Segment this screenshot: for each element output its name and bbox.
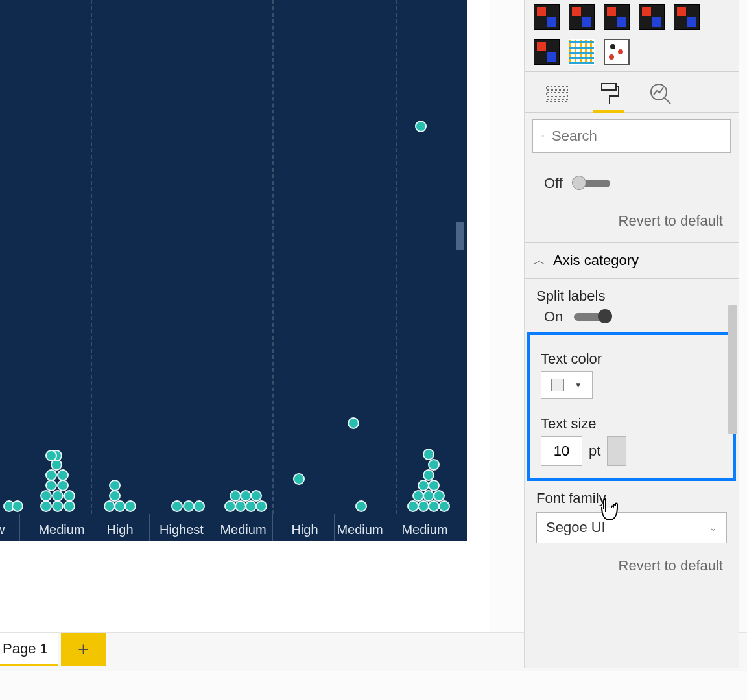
- axis-separator: [19, 514, 20, 541]
- data-point[interactable]: [355, 500, 367, 512]
- pane-scrollbar-thumb[interactable]: [728, 305, 737, 434]
- custom-visual-icon[interactable]: [534, 4, 560, 30]
- axis-category-label: Medium: [337, 522, 383, 537]
- data-point[interactable]: [12, 500, 23, 512]
- text-size-unit: pt: [582, 443, 607, 460]
- data-point[interactable]: [255, 500, 267, 512]
- plus-icon: +: [78, 640, 89, 659]
- axis-separator: [91, 514, 91, 541]
- data-point[interactable]: [45, 469, 57, 481]
- text-size-label: Text size: [541, 415, 726, 432]
- data-point[interactable]: [423, 469, 434, 481]
- svg-rect-0: [547, 86, 567, 90]
- svg-line-5: [665, 98, 670, 104]
- data-point[interactable]: [64, 500, 75, 512]
- add-page-button[interactable]: +: [61, 633, 106, 666]
- axis-separator: [272, 514, 273, 541]
- toggle-switch[interactable]: [574, 180, 610, 187]
- axis-category-section-header[interactable]: ︿ Axis category: [525, 242, 739, 279]
- axis-separator: [149, 514, 150, 541]
- axis-category-label: Medium: [401, 522, 447, 537]
- chart-vertical-scrollbar[interactable]: [454, 0, 467, 515]
- analytics-icon: [650, 83, 672, 105]
- text-size-input[interactable]: [541, 436, 582, 466]
- data-point[interactable]: [40, 490, 52, 502]
- data-point[interactable]: [438, 500, 450, 512]
- data-point[interactable]: [171, 500, 183, 512]
- data-point[interactable]: [52, 490, 64, 502]
- format-tab[interactable]: [596, 81, 622, 107]
- font-family-select[interactable]: Segoe UI ⌄: [536, 512, 727, 543]
- text-color-label: Text color: [541, 351, 726, 368]
- paint-roller-icon: [599, 82, 619, 106]
- visualizations-pane: Off Revert to default ︿ Axis category Sp…: [524, 0, 739, 668]
- data-point[interactable]: [428, 480, 440, 491]
- data-point[interactable]: [423, 449, 434, 460]
- axis-category-label: Highest: [160, 522, 204, 537]
- axis-category-label: High: [291, 522, 318, 537]
- axis-category-label: High: [106, 522, 133, 537]
- fields-tab[interactable]: [544, 81, 570, 107]
- split-labels-label: Split labels: [536, 288, 739, 305]
- data-point[interactable]: [193, 500, 205, 512]
- font-family-value: Segoe UI: [546, 519, 606, 536]
- data-point[interactable]: [124, 500, 136, 512]
- format-search-input[interactable]: [552, 128, 730, 145]
- custom-visual-icon[interactable]: [534, 39, 560, 65]
- axis-separator: [211, 514, 211, 541]
- fields-icon: [546, 85, 568, 103]
- data-point[interactable]: [293, 473, 305, 485]
- scrollbar-thumb[interactable]: [456, 222, 464, 250]
- custom-visual-icon[interactable]: [604, 4, 630, 30]
- split-labels-toggle[interactable]: On: [544, 309, 739, 325]
- font-family-label: Font family: [536, 490, 739, 507]
- page-tab-active[interactable]: Page 1: [0, 633, 58, 666]
- data-point[interactable]: [109, 490, 121, 502]
- svg-point-6: [542, 135, 543, 137]
- data-point[interactable]: [45, 480, 57, 491]
- data-point[interactable]: [64, 490, 75, 502]
- tutorial-highlight: Text color ▼ Text size pt: [527, 332, 736, 481]
- data-point[interactable]: [52, 500, 64, 512]
- data-point[interactable]: [109, 480, 121, 491]
- data-point[interactable]: [57, 469, 69, 481]
- custom-visual-icon[interactable]: [674, 4, 700, 30]
- matrix-visual-icon[interactable]: [569, 39, 595, 65]
- chevron-down-icon: ▼: [575, 380, 582, 390]
- data-point[interactable]: [348, 417, 359, 429]
- chevron-down-icon: ⌄: [709, 522, 717, 533]
- chart-gridline: [272, 0, 274, 514]
- property-toggle-off[interactable]: Off: [544, 175, 739, 192]
- visualization-type-grid: [525, 0, 739, 71]
- toggle-state-label: Off: [544, 175, 567, 192]
- revert-to-default-link[interactable]: Revert to default: [525, 543, 739, 587]
- data-point[interactable]: [40, 500, 52, 512]
- chart-gridline: [91, 0, 92, 514]
- axis-category-label: w: [0, 522, 5, 537]
- text-color-picker[interactable]: ▼: [541, 371, 593, 399]
- chart-gridline: [396, 0, 397, 514]
- data-point[interactable]: [57, 480, 69, 491]
- chart-visual[interactable]: wMediumHighHighestMediumHighMediumMedium: [0, 0, 467, 541]
- data-point[interactable]: [428, 459, 440, 471]
- dotplot-visual-icon[interactable]: [604, 39, 630, 65]
- axis-category-label: Medium: [38, 522, 84, 537]
- section-title: Axis category: [553, 252, 639, 269]
- custom-visual-icon[interactable]: [569, 4, 595, 30]
- revert-to-default-link[interactable]: Revert to default: [525, 198, 739, 242]
- report-canvas[interactable]: wMediumHighHighestMediumHighMediumMedium: [0, 0, 490, 632]
- toggle-switch[interactable]: [574, 313, 610, 321]
- text-size-stepper[interactable]: [607, 436, 626, 466]
- data-point[interactable]: [250, 490, 262, 502]
- svg-line-7: [543, 136, 544, 137]
- data-point[interactable]: [433, 490, 445, 502]
- data-point[interactable]: [415, 121, 427, 132]
- data-point[interactable]: [45, 450, 57, 461]
- axis-separator: [334, 514, 335, 541]
- format-search[interactable]: [532, 119, 731, 153]
- chevron-up-icon: ︿: [534, 253, 545, 268]
- search-icon: [542, 129, 544, 143]
- color-swatch: [551, 379, 564, 391]
- analytics-tab[interactable]: [648, 81, 674, 107]
- custom-visual-icon[interactable]: [639, 4, 665, 30]
